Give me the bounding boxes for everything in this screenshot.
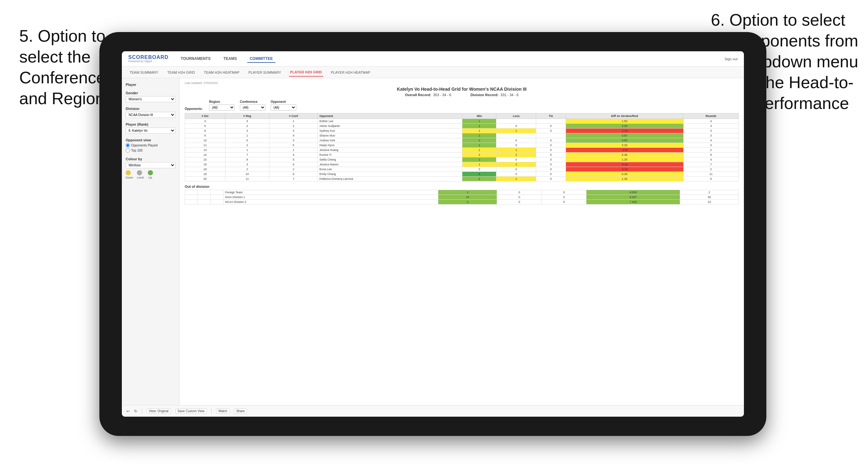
cell-tie: 0 — [536, 162, 566, 167]
ood-table-row: NCAA Division 2 5 0 0 7.400 10 — [185, 200, 739, 205]
cell-div: 18 — [185, 167, 225, 172]
cell-conf: 4 — [269, 153, 318, 157]
cell-conf: 1 — [269, 148, 318, 153]
cell-diff: 4.00 — [566, 124, 683, 128]
watch-btn[interactable]: Watch — [216, 408, 229, 414]
cell-diff: 1.33 — [566, 177, 683, 181]
cell-reg: 1 — [225, 148, 269, 153]
filter-conference: Conference (All) — [240, 100, 266, 111]
view-original-btn[interactable]: View: Original — [147, 408, 171, 414]
last-updated: Last Updated: 27/03/2024 — [185, 82, 739, 85]
sidebar-player-rank-section: Player (Rank) 6. Katelyn Vo — [126, 122, 176, 134]
cell-conf: 2 — [269, 124, 318, 128]
cell-tie: 0 — [536, 148, 566, 153]
record-row: Overall Record: 353 - 34 - 6 Division Re… — [185, 93, 739, 97]
cell-reg: 8 — [225, 157, 269, 162]
cell-rounds: 2 — [683, 148, 739, 153]
ood-cell-rounds: 10 — [680, 200, 739, 205]
cell-opponent: Alexis Sudjianto — [318, 124, 462, 128]
filter-row: Opponents: Region (All) Conference (All) — [185, 100, 739, 111]
filter-opponent-select[interactable]: (All) — [271, 104, 296, 111]
redo-icon[interactable]: ↻ — [134, 409, 137, 413]
sidebar-gender-label: Gender — [126, 91, 176, 95]
table-row: 15 8 5 Stella Cheng 1 0 0 1.25 4 — [185, 157, 739, 162]
sidebar-player-rank-select[interactable]: 6. Katelyn Vo — [126, 128, 176, 134]
cell-loss: 0 — [496, 138, 536, 143]
cell-opponent: Euna Lee — [318, 167, 462, 172]
sub-nav-player-h2h-heatmap[interactable]: PLAYER H2H HEATMAP — [330, 69, 372, 76]
sidebar-opponent-view-section: Opponent view Opponents Played Top 100 — [126, 138, 176, 153]
table-row: 20 11 7 Federica Domecq Lacroze 2 1 0 1.… — [185, 177, 739, 181]
filter-region-select[interactable]: (All) — [209, 104, 235, 111]
cell-win: 1 — [462, 133, 496, 138]
sidebar-gender-select[interactable]: Women's — [126, 96, 176, 102]
opponents-label: Opponents: — [185, 107, 203, 111]
cell-opponent: Emily Chang — [318, 172, 462, 177]
cell-tie: 0 — [536, 124, 566, 128]
nav-committee[interactable]: COMMITTEE — [247, 55, 275, 63]
cell-loss: 0 — [496, 167, 536, 172]
save-custom-btn[interactable]: Save Custom View — [176, 408, 207, 414]
cell-diff: 0.30 — [566, 172, 683, 177]
sub-nav-player-summary[interactable]: PLAYER SUMMARY — [247, 69, 282, 76]
sidebar-radio-top100[interactable]: Top 100 — [126, 148, 176, 153]
sub-nav-team-summary[interactable]: TEAM SUMMARY — [128, 69, 160, 76]
cell-rounds: 7 — [683, 162, 739, 167]
cell-div: 3 — [185, 119, 225, 124]
filter-region-label: Region — [209, 100, 235, 103]
filter-region: Region (All) — [209, 100, 235, 111]
ood-cell-diff: 7.400 — [586, 200, 680, 205]
cell-reg: 1 — [225, 133, 269, 138]
nav-teams[interactable]: TEAMS — [221, 55, 240, 63]
cell-win: 1 — [462, 124, 496, 128]
cell-reg: 7 — [225, 153, 269, 157]
cell-tie: 0 — [536, 172, 566, 177]
undo-icon[interactable]: ↩ — [126, 409, 129, 413]
cell-reg: 3 — [225, 119, 269, 124]
filter-opponent-label: Opponent — [271, 100, 296, 103]
cell-conf: 7 — [269, 177, 318, 181]
cell-diff: 3.67 — [566, 133, 683, 138]
ood-cell-rounds: 2 — [680, 190, 739, 195]
sidebar-radio-opponents-played[interactable]: Opponents Played — [126, 143, 176, 148]
cell-div: 19 — [185, 172, 225, 177]
cell-diff: -5.00 — [566, 167, 683, 172]
tablet: SCOREBOARD Powered by clippd TOURNAMENTS… — [99, 32, 766, 436]
color-dot-down — [126, 170, 131, 175]
cell-conf: 3 — [269, 138, 318, 143]
cell-diff: 4.00 — [566, 138, 683, 143]
filter-conference-select[interactable]: (All) — [240, 104, 266, 111]
cell-div: 16 — [185, 162, 225, 167]
cell-rounds: 6 — [683, 177, 739, 181]
ood-cell-loss: 0 — [497, 195, 541, 200]
col-diff: Diff Av Strokes/Rnd — [566, 114, 683, 119]
cell-rounds: 4 — [683, 138, 739, 143]
col-div: # Div — [185, 114, 225, 119]
out-of-division-label: Out of division — [185, 185, 739, 188]
sidebar-colour-select[interactable]: Win/loss — [126, 162, 176, 168]
data-table: # Div # Reg # Conf Opponent Win Loss Tie… — [185, 113, 739, 181]
sub-nav-player-h2h-grid[interactable]: PLAYER H2H GRID — [289, 68, 323, 76]
ood-cell-opponent: Foreign Team — [223, 190, 438, 195]
division-record: Division Record: 331 - 34 - 6 — [470, 93, 519, 97]
sidebar-opponent-view-label: Opponent view — [126, 138, 176, 142]
cell-conf: 6 — [269, 162, 318, 167]
cell-loss — [496, 119, 536, 124]
sub-nav-team-h2h-heatmap[interactable]: TEAM H2H HEATMAP — [203, 69, 241, 76]
color-label-down: Down — [126, 176, 133, 179]
cell-conf: 2 — [269, 167, 318, 172]
cell-opponent: Eunice Yi — [318, 153, 462, 157]
cell-tie — [536, 119, 566, 124]
cell-rounds: 3 — [683, 124, 739, 128]
cell-loss: 2 — [496, 162, 536, 167]
nav-tournaments[interactable]: TOURNAMENTS — [178, 55, 213, 63]
cell-win: 1 — [462, 128, 496, 133]
cell-diff: 0.38 — [566, 153, 683, 157]
sidebar-division-select[interactable]: NCAA Division III — [126, 112, 176, 118]
tablet-screen: SCOREBOARD Powered by clippd TOURNAMENTS… — [122, 51, 744, 417]
nav-sign-out[interactable]: Sign out — [725, 57, 738, 61]
share-btn[interactable]: Share — [234, 408, 247, 414]
cell-diff: 1.50 — [566, 119, 683, 124]
ood-table-row: NAIA Division 1 15 0 0 9.267 30 — [185, 195, 739, 200]
sub-nav-team-h2h-grid[interactable]: TEAM H2H GRID — [166, 69, 196, 76]
